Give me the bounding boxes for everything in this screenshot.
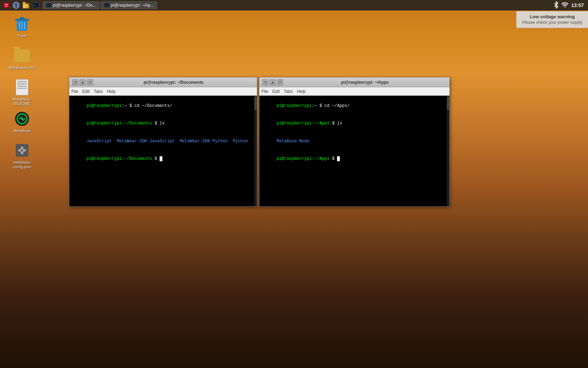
taskbar: >_ >_ pi@raspberrypi: ~/Do... >_ pi@rasp… [0, 0, 588, 11]
terminal-2-line-4: pi@raspberrypi:~/Apps $ [261, 150, 447, 168]
taskbar-app-term1-label: pi@raspberrypi: ~/Do... [53, 3, 96, 8]
terminal-2-line-1: pi@raspberrypi:~ $ cd ~/Apps/ [261, 97, 447, 115]
svg-point-27 [21, 118, 23, 120]
svg-rect-14 [23, 7, 26, 8]
voltage-warning-line2: Please check your power supply [522, 20, 582, 25]
metabase-readme-label: MetaBase-README [8, 97, 36, 106]
globe-icon[interactable] [12, 1, 20, 9]
document-readme-icon [14, 79, 30, 96]
terminal-1-minimize[interactable]: ▾ [72, 79, 78, 86]
terminal-1-close[interactable]: ✕ [87, 79, 93, 86]
terminal-2-scrollbar[interactable] [447, 96, 449, 206]
svg-point-30 [21, 149, 23, 151]
terminal-2-line-3: MetaBase-Node [261, 132, 447, 150]
terminal-2-title: pi@raspberrypi: ~/Apps [283, 80, 447, 85]
svg-rect-20 [20, 17, 24, 20]
desktop-icon-metabase-config[interactable]: metabase-config.json [8, 142, 36, 169]
terminal-1-line-4: pi@raspberrypi:~/Documents $ [71, 150, 255, 168]
terminal-1-cursor [160, 156, 162, 161]
terminal-2-close[interactable]: ✕ [277, 79, 283, 86]
desktop-icon-metabase-readme[interactable]: MetaBase-README [8, 79, 36, 106]
clock: 13:57 [571, 2, 584, 8]
terminal-2-titlebar: ▾ ▲ ✕ pi@raspberrypi: ~/Apps [259, 77, 449, 87]
terminal-1-line-2: pi@raspberrypi:~/Documents $ ls [71, 115, 255, 132]
term2-icon: >_ [104, 3, 110, 8]
raspi-menu-icon[interactable] [2, 1, 10, 9]
terminal-1-menu-file[interactable]: File [71, 89, 78, 94]
filemanager-icon[interactable] [22, 1, 30, 9]
terminal-2-body[interactable]: pi@raspberrypi:~ $ cd ~/Apps/ pi@raspber… [259, 96, 449, 206]
terminal-2-menu-tabs[interactable]: Tabs [284, 89, 293, 94]
metabase-csv-label: MetaBase-CSV [9, 66, 35, 70]
terminal-1-title: pi@raspberrypi: ~/Documents [93, 80, 254, 85]
terminal-1-maximize[interactable]: ▲ [79, 79, 86, 86]
terminal-2-menu-file[interactable]: File [261, 89, 268, 94]
svg-text:>_: >_ [33, 4, 37, 7]
terminal-2-line-2: pi@raspberrypi:~/Apps $ ls [261, 115, 447, 132]
terminal-1-titlebar: ▾ ▲ ✕ pi@raspberrypi: ~/Documents [69, 77, 257, 87]
folder-csv-icon [14, 47, 30, 64]
terminal-2-cursor [337, 156, 340, 161]
desktop-icon-metabase[interactable]: MetaBase [8, 110, 36, 133]
terminal-2-menu-help[interactable]: Help [297, 89, 306, 94]
terminal-1-menu-edit[interactable]: Edit [82, 89, 90, 94]
terminal-2-menu-edit[interactable]: Edit [272, 89, 280, 94]
terminal-2-maximize[interactable]: ▲ [270, 79, 276, 86]
metabase-label: MetaBase [13, 129, 31, 133]
terminal-2-menubar: File Edit Tabs Help [259, 87, 449, 96]
svg-rect-11 [23, 2, 26, 4]
terminal-window-2: ▾ ▲ ✕ pi@raspberrypi: ~/Apps File Edit T… [259, 77, 450, 207]
voltage-warning-line1: Low voltage warning [522, 14, 582, 19]
terminal-1-menubar: File Edit Tabs Help [69, 87, 257, 96]
taskbar-app-term1[interactable]: >_ pi@raspberrypi: ~/Do... [43, 1, 99, 9]
terminal-1-body[interactable]: pi@raspberrypi:~ $ cd ~/Documents/ pi@ra… [69, 96, 257, 206]
gear-config-icon [14, 142, 30, 159]
desktop-icon-metabase-csv[interactable]: MetaBase-CSV [8, 47, 36, 70]
svg-point-17 [565, 6, 566, 7]
taskbar-app-term2-label: pi@raspberrypi: ~/Ap... [111, 3, 154, 8]
svg-point-3 [7, 4, 8, 5]
terminal-2-minimize[interactable]: ▾ [262, 79, 268, 86]
metabase-app-icon [14, 110, 30, 127]
terminal-window-1: ▾ ▲ ✕ pi@raspberrypi: ~/Documents File E… [69, 77, 257, 207]
wifi-icon[interactable] [561, 2, 568, 9]
svg-rect-13 [23, 6, 27, 7]
terminal-1-menu-tabs[interactable]: Tabs [94, 89, 103, 94]
desktop-icon-trash[interactable]: Trash [8, 15, 36, 38]
trash-label: Trash [17, 34, 27, 38]
terminal-1-scrollbar-thumb [254, 96, 257, 110]
svg-rect-12 [23, 5, 27, 6]
bluetooth-icon[interactable] [554, 1, 559, 9]
terminal-icon[interactable]: >_ [32, 1, 40, 9]
voltage-warning: Low voltage warning Please check your po… [516, 11, 588, 28]
terminal-2-scrollbar-thumb [447, 96, 449, 110]
terminal-1-line-3: JavaScript MetaWear-SDK-JavaScript MetaW… [71, 132, 255, 150]
taskbar-right: 13:57 [554, 1, 584, 9]
svg-point-2 [5, 4, 6, 5]
terminal-1-line-1: pi@raspberrypi:~ $ cd ~/Documents/ [71, 97, 255, 115]
metabase-config-label: metabase-config.json [8, 160, 36, 169]
terminal-2-left-controls: ▾ ▲ ✕ [262, 79, 283, 86]
svg-point-4 [6, 6, 7, 7]
trash-icon [14, 15, 30, 32]
terminal-1-menu-help[interactable]: Help [107, 89, 115, 94]
term1-icon: >_ [46, 3, 51, 8]
taskbar-apps: >_ pi@raspberrypi: ~/Do... >_ pi@raspber… [42, 1, 554, 9]
terminal-1-left-controls: ▾ ▲ ✕ [72, 79, 93, 86]
taskbar-app-term2[interactable]: >_ pi@raspberrypi: ~/Ap... [101, 1, 157, 9]
terminal-1-scrollbar[interactable] [254, 96, 257, 206]
